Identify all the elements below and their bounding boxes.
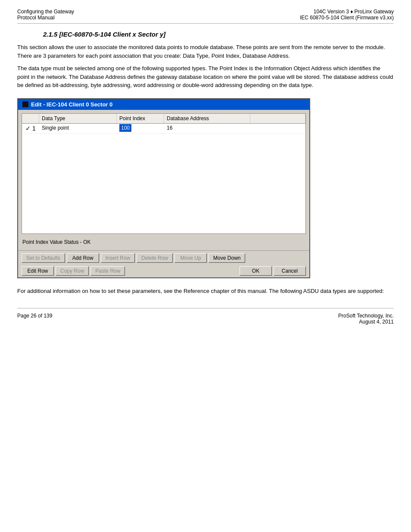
col-extra (250, 114, 305, 123)
section-para2: The data type must be selected among one… (17, 64, 394, 90)
separator (18, 250, 309, 251)
col-db-address: Database Address (164, 114, 250, 123)
header-left: Configuring the Gateway Protocol Manual (17, 9, 74, 21)
row-db-address: 16 (164, 124, 250, 133)
row-extra (250, 124, 305, 133)
paste-row-button[interactable]: Paste Row (90, 266, 125, 276)
section-title: 2.1.5 [IEC-60870-5-104 Client x Sector y… (17, 31, 394, 38)
col-data-type: Data Type (39, 114, 117, 123)
footer-date: August 4, 2011 (338, 319, 394, 325)
section-para1: This section allows the user to associat… (17, 43, 394, 60)
col-check (22, 114, 39, 123)
data-table: Data Type Point Index Database Address ✓… (22, 113, 306, 234)
header-left-line1: Configuring the Gateway (17, 9, 74, 15)
move-up-button[interactable]: Move Up (174, 253, 207, 263)
cancel-button[interactable]: Cancel (274, 266, 306, 276)
header-left-line2: Protocol Manual (17, 15, 74, 21)
dialog-titlebar: Edit - IEC-104 Client 0 Sector 0 (18, 99, 309, 110)
row-data-type: Single point (39, 124, 117, 133)
dialog-title: Edit - IEC-104 Client 0 Sector 0 (31, 101, 112, 108)
footer-right: ProSoft Technology, Inc. August 4, 2011 (338, 313, 394, 325)
page-footer: Page 26 of 139 ProSoft Technology, Inc. … (17, 308, 394, 325)
row-check: ✓ 1 (22, 124, 39, 133)
footer-company: ProSoft Technology, Inc. (338, 313, 394, 319)
button-row-2: Edit Row Copy Row Paste Row OK Cancel (18, 264, 309, 277)
table-empty-area (22, 134, 305, 211)
copy-row-button[interactable]: Copy Row (56, 266, 89, 276)
header-right-line1: 104C Version 3 ♦ ProLinx Gateway (300, 9, 394, 15)
header-right: 104C Version 3 ♦ ProLinx Gateway IEC 608… (300, 9, 394, 21)
footer-page: Page 26 of 139 (17, 313, 52, 325)
post-dialog-text: For additional information on how to set… (17, 287, 394, 296)
delete-row-button[interactable]: Delete Row (137, 253, 173, 263)
ok-button[interactable]: OK (240, 266, 272, 276)
header-right-line2: IEC 60870-5-104 Client (Firmware v3.xx) (300, 15, 394, 21)
page-header: Configuring the Gateway Protocol Manual … (17, 9, 394, 24)
table-row[interactable]: ✓ 1 Single point 100 16 (22, 124, 305, 134)
move-down-button[interactable]: Move Down (209, 253, 245, 263)
edit-dialog: Edit - IEC-104 Client 0 Sector 0 Data Ty… (17, 98, 310, 278)
table-header: Data Type Point Index Database Address (22, 114, 305, 124)
edit-row-button[interactable]: Edit Row (22, 266, 54, 276)
button-row-1: Set to Defaults Add Row Insert Row Delet… (18, 252, 309, 264)
insert-row-button[interactable]: Insert Row (101, 253, 135, 263)
col-point-index: Point Index (117, 114, 164, 123)
add-row-button[interactable]: Add Row (67, 253, 99, 263)
status-bar: Point Index Value Status - OK (22, 237, 306, 247)
dialog-body: Data Type Point Index Database Address ✓… (18, 113, 309, 277)
point-index-value: 100 (119, 124, 131, 132)
set-defaults-button[interactable]: Set to Defaults (22, 253, 65, 263)
row-point-index: 100 (117, 124, 164, 133)
dialog-icon (22, 101, 28, 107)
